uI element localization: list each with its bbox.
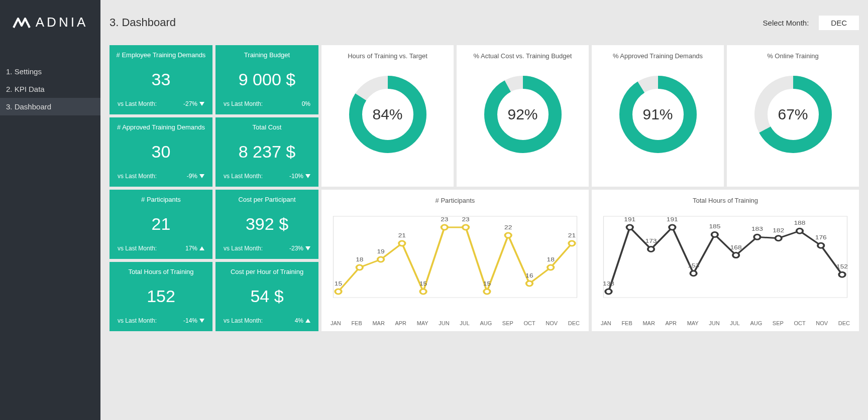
donut-title: % Actual Cost vs. Training Budget <box>474 52 572 60</box>
x-tick: DEC <box>838 320 850 326</box>
x-tick: APR <box>665 320 677 326</box>
donut-title: Hours of Training vs. Target <box>348 52 427 60</box>
kpi-vs-label: vs Last Month: <box>224 173 263 180</box>
kpi-total-hours-training: Total Hours of Training 152 vs Last Mont… <box>110 262 212 331</box>
svg-point-42 <box>690 271 697 276</box>
svg-point-21 <box>463 225 469 230</box>
x-tick: AUG <box>750 320 762 326</box>
donut-chart: 84% <box>345 72 430 157</box>
kpi-employee-training-demands: # Employee Training Demands 33 vs Last M… <box>110 45 212 114</box>
svg-text:173: 173 <box>645 238 657 244</box>
svg-text:168: 168 <box>730 244 742 250</box>
kpi-value: 30 <box>152 131 171 173</box>
page-title: 3. Dashboard <box>110 16 176 29</box>
x-tick: JUL <box>730 320 740 326</box>
x-tick: MAR <box>372 320 384 326</box>
svg-point-27 <box>526 281 533 286</box>
donut-online-training: % Online Training 67% <box>727 45 859 187</box>
svg-text:185: 185 <box>709 224 720 230</box>
kpi-delta: -9% <box>187 173 197 180</box>
kpi-participants: # Participants 21 vs Last Month: 17% <box>110 190 212 259</box>
nav: 1. Settings 2. KPI Data 3. Dashboard <box>0 63 100 115</box>
kpi-vs-label: vs Last Month: <box>118 317 157 324</box>
kpi-title: Cost per Hour of Training <box>231 268 303 275</box>
dashboard-grid: # Employee Training Demands 33 vs Last M… <box>110 45 859 331</box>
brand-logo: ADNIA <box>0 0 100 35</box>
kpi-total-cost: Total Cost 8 237 $ vs Last Month: -10% <box>215 117 318 187</box>
donut-chart: 91% <box>615 72 701 157</box>
svg-text:23: 23 <box>462 216 469 222</box>
caret-down-icon <box>199 102 204 106</box>
x-tick: NOV <box>816 320 828 326</box>
caret-up-icon <box>199 246 204 250</box>
svg-text:182: 182 <box>773 227 784 233</box>
line-chart-hours: Total Hours of Training 1381911731911531… <box>592 190 859 331</box>
nav-item-settings[interactable]: 1. Settings <box>0 63 100 80</box>
line-chart-area: 151819211523231522161821 <box>330 213 581 317</box>
kpi-delta: -27% <box>183 100 197 107</box>
x-tick: APR <box>395 320 406 326</box>
kpi-title: Total Cost <box>253 123 282 131</box>
svg-text:21: 21 <box>568 232 576 238</box>
sidebar: ADNIA 1. Settings 2. KPI Data 3. Dashboa… <box>0 0 100 420</box>
x-tick: DEC <box>568 320 580 326</box>
donut-percent: 84% <box>345 72 430 157</box>
svg-point-11 <box>357 265 363 270</box>
kpi-training-budget: Training Budget 9 000 $ vs Last Month: 0… <box>215 45 318 114</box>
donut-percent: 92% <box>480 72 566 157</box>
x-tick: JUN <box>709 320 719 326</box>
brand-logo-icon <box>13 15 31 30</box>
caret-down-icon <box>199 319 204 323</box>
svg-point-52 <box>797 228 803 233</box>
donut-title: % Online Training <box>767 52 819 60</box>
kpi-approved-training-demands: # Approved Training Demands 30 vs Last M… <box>110 117 212 187</box>
svg-point-23 <box>484 289 490 294</box>
x-tick: JAN <box>601 320 611 326</box>
line-title: Total Hours of Training <box>600 197 851 204</box>
svg-point-25 <box>505 233 511 238</box>
svg-text:15: 15 <box>419 281 427 287</box>
kpi-delta: 4% <box>295 317 303 324</box>
header: 3. Dashboard Select Month: DEC <box>110 0 859 45</box>
donut-hours-vs-target: Hours of Training vs. Target 84% <box>321 45 454 187</box>
x-axis: JANFEBMARAPRMAYJUNJULAUGSEPOCTNOVDEC <box>330 317 581 326</box>
svg-point-34 <box>605 289 612 294</box>
kpi-vs-label: vs Last Month: <box>118 173 157 180</box>
svg-rect-8 <box>334 216 577 298</box>
svg-point-31 <box>569 241 575 246</box>
x-tick: JUL <box>460 320 470 326</box>
svg-text:15: 15 <box>335 281 342 287</box>
svg-point-54 <box>818 243 824 248</box>
donut-chart: 92% <box>480 72 566 157</box>
kpi-value: 9 000 $ <box>239 59 295 100</box>
month-select-dropdown[interactable]: DEC <box>819 16 859 30</box>
nav-item-dashboard[interactable]: 3. Dashboard <box>0 98 100 115</box>
kpi-value: 54 $ <box>250 275 283 317</box>
line-chart-participants: # Participants 151819211523231522161821 … <box>321 190 589 331</box>
svg-point-13 <box>378 257 384 262</box>
kpi-value: 152 <box>147 275 175 317</box>
svg-text:176: 176 <box>815 235 827 241</box>
svg-text:18: 18 <box>356 256 363 262</box>
x-tick: NOV <box>546 320 558 326</box>
svg-text:15: 15 <box>483 281 491 287</box>
donut-approved-demands: % Approved Training Demands 91% <box>592 45 724 187</box>
nav-item-kpi-data[interactable]: 2. KPI Data <box>0 80 100 98</box>
caret-down-icon <box>305 246 310 250</box>
svg-point-50 <box>775 236 782 241</box>
svg-text:188: 188 <box>794 220 805 226</box>
brand-logo-text: ADNIA <box>36 15 88 30</box>
month-select: Select Month: DEC <box>763 16 859 30</box>
x-axis: JANFEBMARAPRMAYJUNJULAUGSEPOCTNOVDEC <box>600 317 851 326</box>
svg-point-44 <box>712 232 718 237</box>
donut-chart: 67% <box>750 72 836 157</box>
caret-down-icon <box>305 174 310 178</box>
x-tick: SEP <box>773 320 784 326</box>
svg-text:183: 183 <box>751 226 763 232</box>
kpi-vs-label: vs Last Month: <box>118 245 157 252</box>
caret-down-icon <box>199 174 204 178</box>
svg-text:138: 138 <box>603 281 614 287</box>
kpi-delta: 0% <box>302 100 310 107</box>
kpi-title: # Approved Training Demands <box>117 123 205 131</box>
main: 3. Dashboard Select Month: DEC # Employe… <box>100 0 868 420</box>
